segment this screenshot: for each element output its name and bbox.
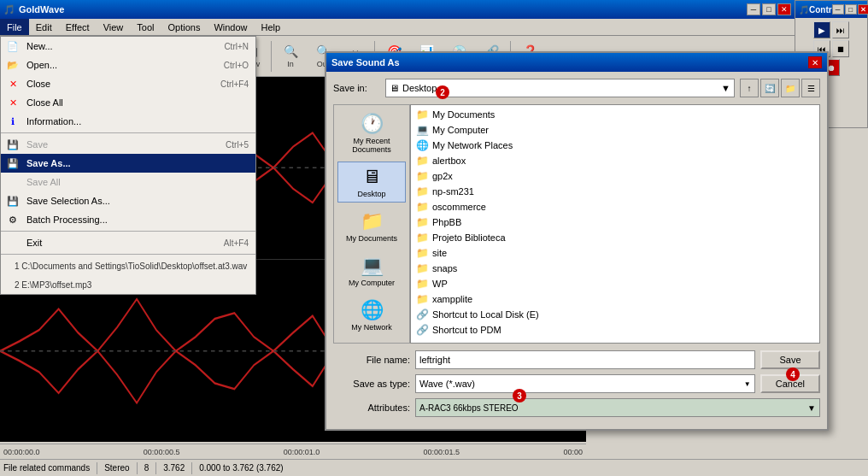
close-file-icon: ✕	[6, 77, 20, 91]
menu-view[interactable]: View	[97, 19, 131, 35]
save-in-row: Save in: 🖥 Desktop ▼ ↑ 🔄 📁 ☰	[333, 79, 820, 97]
status-sep-2	[137, 462, 138, 474]
menu-effect[interactable]: Effect	[59, 19, 97, 35]
place-documents[interactable]: 📁 My Documents	[337, 206, 406, 247]
file-np-sm231[interactable]: 📁 np-sm231	[413, 184, 818, 199]
play-btn[interactable]: ▶	[813, 21, 830, 38]
save-all-icon	[6, 175, 20, 189]
file-icon-13: 🔗	[416, 309, 429, 320]
nav-view-button[interactable]: ☰	[801, 79, 820, 97]
stop-btn[interactable]: ⏹	[832, 40, 849, 57]
file-oscommerce[interactable]: 📁 oscommerce	[413, 199, 818, 214]
recent-1[interactable]: 1 C:\Documents and Settings\TioSolid\Des…	[1, 256, 255, 275]
place-recent[interactable]: 🕐 My Recent Documents	[337, 109, 406, 158]
second-minimize[interactable]: ─	[832, 4, 844, 15]
menu-save-selection[interactable]: 💾 Save Selection As...	[1, 191, 255, 210]
file-shortcut-local[interactable]: 🔗 Shortcut to Local Disk (E)	[413, 307, 818, 322]
titlebar: 🎵 GoldWave ─ □ ✕	[0, 0, 795, 19]
time-2: 00:00:01.0	[284, 448, 320, 456]
separator-1	[1, 132, 255, 133]
file-list[interactable]: 📁 My Documents 💻 My Computer 🌐 My Networ…	[410, 104, 820, 344]
place-computer[interactable]: 💻 My Computer	[337, 250, 406, 291]
dialog-titlebar: Save Sound As ✕	[326, 53, 827, 72]
computer-icon: 💻	[361, 255, 384, 277]
dialog-close-button[interactable]: ✕	[808, 56, 822, 68]
menu-close[interactable]: ✕ Close Ctrl+F4	[1, 74, 255, 93]
attributes-row: Attributes: A-RAC3 66kbps STEREO ▼	[333, 398, 820, 417]
status-position: 0.000 to 3.762 (3.762)	[199, 463, 283, 473]
nav-refresh-button[interactable]: 🔄	[760, 79, 779, 97]
file-gp2x[interactable]: 📁 gp2x	[413, 168, 818, 184]
menu-file[interactable]: File	[0, 19, 29, 35]
file-shortcut-pdm[interactable]: 🔗 Shortcut to PDM	[413, 322, 818, 338]
filename-input[interactable]	[415, 350, 755, 369]
menu-new[interactable]: 📄 New... Ctrl+N	[1, 37, 255, 56]
annotation-4: 4	[786, 367, 800, 381]
menu-batch[interactable]: ⚙ Batch Processing...	[1, 210, 255, 229]
file-my-documents[interactable]: 📁 My Documents	[413, 107, 818, 122]
maximize-button[interactable]: □	[762, 3, 776, 15]
menu-tool[interactable]: Tool	[130, 19, 161, 35]
second-window-titlebar: 🎵 Contr ─ □ ✕	[795, 1, 867, 18]
file-my-computer[interactable]: 💻 My Computer	[413, 122, 818, 138]
menu-exit[interactable]: Exit Alt+F4	[1, 233, 255, 252]
status-sep-1	[97, 462, 97, 474]
second-maximize[interactable]: □	[845, 4, 857, 15]
filename-row: File name: Save	[333, 350, 820, 369]
fwd-btn[interactable]: ⏭	[832, 21, 849, 38]
save-in-label: Save in:	[333, 83, 380, 93]
status-rate: 3.762	[163, 463, 185, 473]
menu-save-as[interactable]: 💾 Save As...	[1, 154, 255, 173]
second-window-title-text: Contr	[809, 5, 832, 15]
second-window-title: 🎵	[799, 5, 809, 15]
place-network[interactable]: 🌐 My Network	[337, 295, 406, 336]
app-title: GoldWave	[19, 4, 64, 15]
savetype-label: Save as type:	[333, 379, 410, 389]
file-icon-5: 📁	[416, 185, 429, 197]
dialog-fields: File name: Save Save as type: Wave (*.wa…	[333, 350, 820, 417]
second-close[interactable]: ✕	[858, 4, 868, 15]
file-phpbb[interactable]: 📁 PhpBB	[413, 214, 818, 230]
save-dialog: Save Sound As ✕ Save in: 🖥 Desktop ▼ ↑ 🔄…	[325, 51, 829, 431]
toolbar-in[interactable]: 🔍 In	[275, 38, 306, 75]
save-icon: 💾	[6, 138, 20, 151]
save-button[interactable]: Save	[760, 350, 820, 369]
menu-open[interactable]: 📂 Open... Ctrl+O	[1, 56, 255, 74]
time-3: 00:00:01.5	[424, 448, 460, 456]
time-0: 00:00:00.0	[3, 448, 40, 456]
documents-icon: 📁	[361, 210, 384, 232]
attributes-dropdown[interactable]: A-RAC3 66kbps STEREO ▼	[415, 398, 820, 417]
close-button[interactable]: ✕	[777, 3, 791, 15]
open-icon: 📂	[6, 58, 20, 72]
place-desktop[interactable]: 🖥 Desktop	[337, 162, 406, 203]
nav-new-folder-button[interactable]: 📁	[781, 79, 800, 97]
minimize-button[interactable]: ─	[747, 3, 760, 15]
file-icon-2: 🌐	[416, 139, 429, 151]
file-alertbox[interactable]: 📁 alertbox	[413, 153, 818, 168]
menu-save-all: Save All	[1, 173, 255, 191]
menu-window[interactable]: Window	[207, 19, 254, 35]
menubar: File Edit Effect View Tool Options Windo…	[0, 19, 868, 36]
status-stereo: Stereo	[104, 463, 129, 473]
menu-options[interactable]: Options	[161, 19, 207, 35]
nav-up-button[interactable]: ↑	[740, 79, 759, 97]
new-icon: 📄	[6, 39, 20, 53]
annotation-2: 2	[436, 85, 449, 99]
places-panel: 🕐 My Recent Documents 🖥 Desktop 📁 My Doc…	[333, 104, 410, 344]
file-xampplite[interactable]: 📁 xampplite	[413, 291, 818, 307]
menu-save: 💾 Save Ctrl+5	[1, 135, 255, 154]
titlebar-left: 🎵 GoldWave	[3, 4, 64, 15]
menu-help[interactable]: Help	[255, 19, 288, 35]
file-snaps[interactable]: 📁 snaps	[413, 261, 818, 276]
file-network-places[interactable]: 🌐 My Network Places	[413, 138, 818, 153]
file-projeto[interactable]: 📁 Projeto Biblioteca	[413, 230, 818, 245]
menu-edit[interactable]: Edit	[29, 19, 59, 35]
menu-close-all[interactable]: ✕ Close All	[1, 93, 255, 112]
recent-2[interactable]: 2 E:\MP3\offset.mp3	[1, 275, 255, 294]
menu-information[interactable]: ℹ Information...	[1, 112, 255, 131]
savetype-dropdown[interactable]: Wave (*.wav) ▼	[415, 374, 755, 393]
file-icon-14: 🔗	[416, 324, 429, 336]
file-wp[interactable]: 📁 WP	[413, 276, 818, 291]
in-icon: 🔍	[284, 44, 298, 58]
file-site[interactable]: 📁 site	[413, 245, 818, 261]
